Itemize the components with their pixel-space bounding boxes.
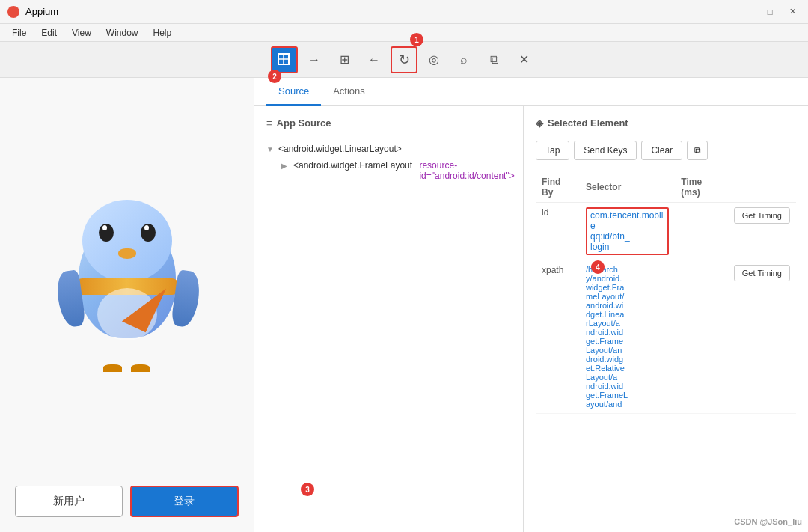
badge-2: 2	[268, 70, 281, 83]
menu-help[interactable]: Help	[147, 26, 178, 40]
tap-button-action[interactable]: Tap	[536, 141, 569, 160]
col-time: Time (ms)	[675, 172, 727, 203]
watermark: CSDN @JSon_liu	[734, 517, 802, 526]
tree-text-2: <android.widget.FrameLayout	[293, 160, 414, 171]
preview-panel: 新用户 登录	[0, 78, 254, 532]
close-session-button[interactable]: ✕	[510, 46, 537, 73]
right-panel: Source Actions ≡ App Source ▼ <android.w…	[254, 78, 808, 532]
refresh-button[interactable]: ↻	[391, 46, 417, 73]
login-button[interactable]: 登录	[130, 486, 239, 517]
badge-4: 4	[591, 260, 605, 274]
menu-window[interactable]: Window	[100, 26, 144, 40]
back-button[interactable]: ←	[361, 46, 388, 73]
search-button[interactable]: ⌕	[450, 46, 477, 73]
menu-edit[interactable]: Edit	[35, 26, 63, 40]
menubar: File Edit View Window Help	[0, 24, 808, 42]
get-timing-xpath-button[interactable]: Get Timing	[734, 265, 790, 281]
table-row: id com.tencent.mobileqq:id/btn_login Get…	[536, 203, 796, 260]
selector-id: com.tencent.mobileqq:id/btn_login	[580, 203, 675, 260]
find-table: Find By Selector Time (ms) id com.tencen…	[536, 172, 796, 414]
col-find-by: Find By	[536, 172, 580, 203]
selected-element-title: ◈ Selected Element	[536, 117, 796, 129]
tab-bar: Source Actions	[254, 78, 808, 106]
titlebar: Appium — □ ✕	[0, 0, 808, 24]
time-id	[675, 203, 727, 260]
time-xpath	[675, 260, 727, 414]
action-buttons: Tap Send Keys Clear ⧉	[536, 141, 796, 160]
tree-child: ▶ <android.widget.FrameLayout resource-i…	[266, 157, 511, 184]
window-controls: — □ ✕	[739, 4, 801, 20]
close-button[interactable]: ✕	[784, 4, 801, 20]
tree-item-framelayout[interactable]: ▶ <android.widget.FrameLayout resource-i…	[281, 157, 511, 184]
tree-attr-1: resource-id="android:id/content">	[419, 160, 514, 181]
new-user-button[interactable]: 新用户	[15, 486, 123, 517]
copy-element-button[interactable]: ⧉	[687, 141, 708, 160]
main-content: 新用户 登录 Source Actions ≡ App Source	[0, 78, 808, 532]
maximize-button[interactable]: □	[762, 4, 778, 20]
minimize-button[interactable]: —	[739, 4, 756, 20]
menu-file[interactable]: File	[6, 26, 32, 40]
app-icon	[7, 6, 19, 18]
selected-element-icon: ◈	[536, 117, 543, 129]
table-row: xpath /hierarchy/android.widget.FrameLay…	[536, 260, 796, 414]
app-source-section: ≡ App Source ▼ <android.widget.LinearLay…	[254, 106, 524, 532]
tab-actions[interactable]: Actions	[321, 78, 377, 106]
col-selector: Selector	[580, 172, 675, 203]
bottom-buttons: 新用户 登录	[15, 478, 239, 517]
device-screen	[15, 93, 239, 478]
toolbar: → ⊞ ← ↻ ◎ ⌕ ⧉ ✕	[0, 42, 808, 78]
clear-button[interactable]: Clear	[641, 141, 682, 160]
get-timing-id-cell: Get Timing	[728, 203, 796, 260]
get-timing-xpath-cell: Get Timing	[728, 260, 796, 414]
tree-text-1: <android.widget.LinearLayout>	[278, 144, 402, 154]
send-keys-button[interactable]: Send Keys	[574, 141, 637, 160]
get-timing-id-button[interactable]: Get Timing	[734, 207, 790, 224]
col-action	[728, 172, 796, 203]
selector-id-value: com.tencent.mobileqq:id/btn_login	[586, 207, 669, 255]
selected-element-section: ◈ Selected Element Tap Send Keys Clear ⧉…	[524, 106, 808, 532]
tree-item-linearlayout[interactable]: ▼ <android.widget.LinearLayout>	[266, 141, 511, 157]
app-source-title: ≡ App Source	[266, 117, 511, 129]
app-source-icon: ≡	[266, 117, 272, 129]
content-area: ≡ App Source ▼ <android.widget.LinearLay…	[254, 106, 808, 532]
tree-arrow-1: ▼	[266, 145, 274, 153]
menu-view[interactable]: View	[66, 26, 97, 40]
badge-1: 1	[410, 33, 423, 46]
tap-button[interactable]: ⊞	[331, 46, 358, 73]
tree-arrow-2: ▶	[281, 162, 289, 170]
app-title: Appium	[25, 6, 58, 17]
swipe-button[interactable]: →	[301, 46, 328, 73]
badge-3: 3	[301, 483, 314, 496]
show-hide-button[interactable]: ◎	[420, 46, 447, 73]
find-by-xpath: xpath	[536, 260, 580, 414]
selector-xpath: /hierarchy/android.widget.FrameLayout/an…	[580, 260, 675, 414]
copy-toolbar-button[interactable]: ⧉	[480, 46, 507, 73]
find-by-id: id	[536, 203, 580, 260]
